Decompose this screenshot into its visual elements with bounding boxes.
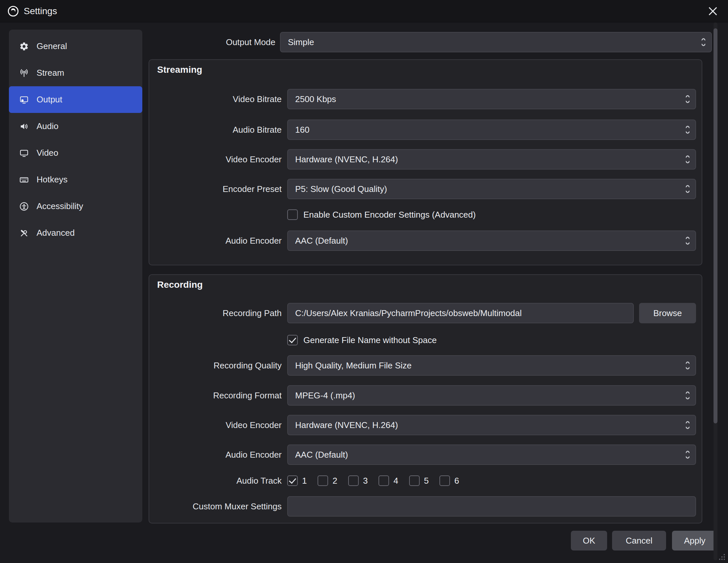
stream-video-encoder-select[interactable]: Hardware (NVENC, H.264) [287,149,696,170]
dropdown-spinner-icon [686,392,689,399]
video-bitrate-value: 2500 Kbps [295,94,336,104]
streaming-section: Streaming Video Bitrate 2500 Kbps Audio … [149,59,702,266]
sidebar: General Stream Output [9,30,142,522]
audio-track-2-label: 2 [332,476,337,486]
ok-button[interactable]: OK [571,531,607,550]
gear-icon [19,41,29,52]
audio-track-1-checkbox[interactable] [287,475,298,486]
audio-track-3[interactable]: 3 [348,475,368,486]
recording-format-value: MPEG-4 (.mp4) [295,390,355,401]
sidebar-item-general[interactable]: General [9,33,142,60]
audio-track-5-label: 5 [424,476,429,486]
sidebar-item-audio[interactable]: Audio [9,113,142,140]
audio-track-6-checkbox[interactable] [439,475,450,486]
audio-track-1-label: 1 [302,476,307,486]
sidebar-item-label: Video [37,148,58,158]
sidebar-item-stream[interactable]: Stream [9,60,142,86]
sidebar-item-label: Hotkeys [37,175,68,185]
stream-audio-encoder-value: AAC (Default) [295,236,348,246]
dropdown-spinner-icon [686,185,689,193]
output-mode-label: Output Mode [132,32,275,52]
audio-track-5-checkbox[interactable] [409,475,420,486]
audio-track-4-label: 4 [393,476,398,486]
output-mode-value: Simple [288,37,314,47]
audio-track-6[interactable]: 6 [439,475,459,486]
encoder-preset-value: P5: Slow (Good Quality) [295,184,387,194]
sidebar-item-accessibility[interactable]: Accessibility [9,193,142,220]
custom-muxer-label: Custom Muxer Settings [149,496,282,517]
custom-muxer-input[interactable] [287,496,696,517]
recording-path-label: Recording Path [149,303,282,323]
sidebar-item-video[interactable]: Video [9,140,142,166]
encoder-preset-select[interactable]: P5: Slow (Good Quality) [287,179,696,199]
sidebar-item-label: Audio [37,121,59,131]
recording-quality-select[interactable]: High Quality, Medium File Size [287,355,696,376]
dropdown-spinner-icon [686,451,689,459]
audio-track-3-label: 3 [363,476,368,486]
stream-audio-encoder-select[interactable]: AAC (Default) [287,231,696,251]
rec-audio-encoder-label: Audio Encoder [149,444,282,465]
recording-section: Recording Recording Path Browse Generate… [149,274,702,523]
vertical-scrollbar-track[interactable] [714,22,717,560]
rec-audio-encoder-select[interactable]: AAC (Default) [287,444,696,465]
audio-track-1[interactable]: 1 [287,475,307,486]
rec-video-encoder-label: Video Encoder [149,415,282,435]
window-title: Settings [24,6,57,16]
audio-track-2[interactable]: 2 [318,475,337,486]
audio-track-4-checkbox[interactable] [378,475,389,486]
close-button[interactable] [705,3,721,19]
stream-video-encoder-label: Video Encoder [149,149,282,170]
generate-filename-label: Generate File Name without Space [303,335,437,345]
cancel-button[interactable]: Cancel [612,531,666,550]
audio-track-label: Audio Track [149,470,282,491]
video-bitrate-label: Video Bitrate [149,89,282,109]
vertical-scrollbar-thumb[interactable] [714,28,717,423]
output-mode-select[interactable]: Simple [280,32,712,52]
recording-heading: Recording [157,280,203,290]
rec-video-encoder-value: Hardware (NVENC, H.264) [295,420,398,430]
dropdown-spinner-icon [686,156,689,163]
audio-bitrate-select[interactable]: 160 [287,120,696,140]
generate-filename-checkbox[interactable] [287,335,298,345]
audio-track-5[interactable]: 5 [409,475,429,486]
sidebar-item-label: General [37,41,67,51]
recording-path-input[interactable] [287,303,634,323]
recording-format-select[interactable]: MPEG-4 (.mp4) [287,385,696,406]
obs-logo-icon [7,5,19,17]
audio-track-2-checkbox[interactable] [318,475,328,486]
speaker-icon [19,121,29,132]
audio-track-3-checkbox[interactable] [348,475,359,486]
tools-icon [19,228,29,239]
titlebar: Settings [0,0,728,22]
dropdown-spinner-icon [686,362,689,369]
sidebar-item-hotkeys[interactable]: Hotkeys [9,166,142,193]
keyboard-icon [19,175,29,185]
custom-encoder-settings-checkbox[interactable] [287,210,298,220]
stream-audio-encoder-label: Audio Encoder [149,231,282,251]
accessibility-icon [19,201,29,212]
sidebar-item-advanced[interactable]: Advanced [9,220,142,246]
rec-video-encoder-select[interactable]: Hardware (NVENC, H.264) [287,415,696,435]
close-icon [709,7,717,15]
recording-format-label: Recording Format [149,385,282,406]
resize-grip[interactable] [718,553,726,561]
apply-button[interactable]: Apply [672,531,717,550]
dropdown-spinner-icon [686,126,689,134]
video-bitrate-spinbox[interactable]: 2500 Kbps [287,89,696,109]
rec-audio-encoder-value: AAC (Default) [295,450,348,460]
stream-video-encoder-value: Hardware (NVENC, H.264) [295,155,398,165]
sidebar-item-label: Advanced [37,228,75,238]
display-icon [19,148,29,158]
broadcast-icon [19,68,29,78]
sidebar-item-output[interactable]: Output [9,86,142,113]
recording-quality-value: High Quality, Medium File Size [295,360,412,371]
browse-button[interactable]: Browse [639,303,696,323]
audio-bitrate-value: 160 [295,125,309,135]
spinner-icon[interactable] [686,96,689,103]
recording-quality-label: Recording Quality [149,355,282,376]
sidebar-item-label: Stream [37,68,64,78]
output-icon [19,95,29,105]
encoder-preset-label: Encoder Preset [149,179,282,199]
audio-bitrate-label: Audio Bitrate [149,120,282,140]
audio-track-4[interactable]: 4 [378,475,398,486]
